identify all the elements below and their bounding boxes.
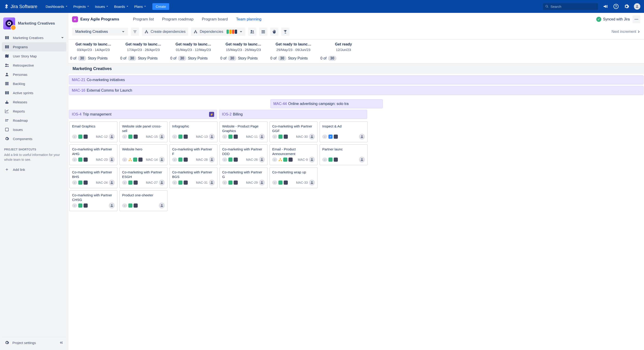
issue-card[interactable]: Website - Product Page Graphics - MAC-11 — [220, 121, 268, 142]
dependencies-button[interactable]: Dependencies — [191, 28, 245, 36]
add-link-button[interactable]: Add link — [2, 165, 66, 174]
tab-team-planning[interactable]: Team planning — [236, 17, 262, 22]
issue-card[interactable]: Co-marketing with Partner BGS - MAC-31 — [170, 167, 218, 188]
issue-card[interactable]: Co-marketing with Partner G - MAC-29 — [220, 167, 268, 188]
issue-card[interactable]: Infographic - MAC-13 — [170, 121, 218, 142]
issue-card[interactable]: Partner launc - — [320, 144, 368, 165]
hand-icon[interactable] — [270, 28, 278, 36]
nav-issues[interactable]: Issues — [93, 3, 110, 10]
sprint-header[interactable]: Get ready to launc…29/May/23 · 09/Jun/23 — [268, 40, 318, 54]
sidebar-item-reports[interactable]: Reports — [2, 107, 66, 116]
epic-row[interactable]: MAC-44Online advertising campaign: solo … — [270, 99, 383, 108]
sidebar-item-components[interactable]: Components — [2, 134, 66, 143]
assignee-avatar[interactable] — [109, 134, 115, 140]
global-search[interactable] — [543, 3, 598, 10]
create-dependencies-button[interactable]: Create dependencies — [142, 28, 188, 36]
feature-header[interactable]: IOS-2Billing — [219, 110, 367, 119]
svg-rect-36 — [128, 160, 130, 161]
issue-card[interactable]: Product one-sheeter - — [119, 190, 168, 211]
assignee-avatar[interactable] — [309, 134, 315, 140]
status-icon — [184, 135, 188, 139]
assignee-avatar[interactable] — [159, 203, 165, 209]
list-icon[interactable] — [259, 28, 268, 36]
tab-program-board[interactable]: Program board — [202, 17, 228, 22]
board-scroll[interactable]: Get ready to launc…03/Apr/23 · 14/Apr/23… — [68, 40, 644, 350]
assignee-avatar[interactable] — [359, 157, 365, 163]
issue-card[interactable]: Co-marketing with Partner F - MAC-28 — [170, 144, 218, 165]
tab-program-list[interactable]: Program list — [133, 17, 154, 22]
sidebar-item-user-story-map[interactable]: User Story Map — [2, 52, 66, 61]
assignee-avatar[interactable] — [159, 157, 165, 163]
help-icon[interactable]: ? — [613, 3, 619, 10]
settings-icon[interactable] — [623, 3, 630, 10]
issue-card[interactable]: Website side panel cross-sell - MAC-15 — [119, 121, 168, 142]
sprint-header[interactable]: Get ready to launc…03/Apr/23 · 14/Apr/23 — [68, 40, 118, 54]
sidebar-item-programs[interactable]: Programs — [2, 42, 66, 52]
issue-card[interactable]: Co-marketing with Partner AHG - MAC-23 — [69, 144, 118, 165]
issue-card[interactable]: Co-marketing with Partner CHSG - — [69, 190, 118, 211]
sidebar-item-issues[interactable]: Issues — [2, 125, 66, 134]
nav-projects[interactable]: Projects — [72, 3, 91, 10]
sprint-header[interactable]: Get ready12/Jun/23 — [318, 40, 368, 54]
sidebar-item-releases[interactable]: Releases — [2, 97, 66, 107]
megaphone-icon[interactable] — [602, 3, 609, 10]
issue-card[interactable]: Inspect & Ad - ✓ — [320, 121, 368, 142]
sprint-header[interactable]: Get ready to launc…15/May/23 · 26/May/23 — [218, 40, 268, 54]
people-icon[interactable] — [248, 28, 256, 36]
collapse-icon[interactable] — [58, 340, 64, 345]
assignee-avatar[interactable] — [159, 134, 165, 140]
assignee-avatar[interactable] — [259, 180, 265, 186]
more-button[interactable] — [632, 16, 640, 23]
issue-card[interactable]: Website hero - MAC-14 — [119, 144, 168, 165]
sprint-header[interactable]: Get ready to launc…17/Apr/23 · 28/Apr/23 — [118, 40, 168, 54]
filter-icon[interactable] — [131, 28, 139, 36]
assignee-avatar[interactable] — [109, 203, 115, 209]
jira-logo[interactable]: Jira Software — [4, 4, 38, 9]
assignee-avatar[interactable] — [259, 134, 265, 140]
assignee-avatar[interactable] — [309, 180, 315, 186]
nav-dashboards[interactable]: Dashboards — [44, 3, 70, 10]
issue-card[interactable]: Co-marketing with Partner ESGH - MAC-27 — [119, 167, 168, 188]
epic-row[interactable]: MAC-16External Comms for Launch — [69, 86, 644, 95]
nav-plans[interactable]: Plans — [132, 3, 148, 10]
issue-card[interactable]: Co-marketing with Partner BHS - MAC-24 — [69, 167, 118, 188]
issue-card[interactable]: Co-marketing wrap up - MAC-33 — [270, 167, 318, 188]
create-button[interactable]: Create — [152, 3, 169, 10]
sidebar-item-personas[interactable]: Personas — [2, 70, 66, 79]
trophy-icon[interactable] — [281, 28, 290, 36]
feature-header[interactable]: IOS-4Trip management⚡ — [69, 110, 217, 119]
sidebar-item-retrospective[interactable]: Retrospective — [2, 61, 66, 70]
project-settings-link[interactable]: Project settings — [12, 341, 36, 345]
assignee-avatar[interactable] — [209, 157, 215, 163]
chart-icon — [4, 108, 10, 114]
assignee-avatar[interactable] — [309, 157, 315, 163]
team-dropdown[interactable]: Marketing Creatives — [72, 28, 128, 36]
project-header[interactable]: Marketing Creatives — [2, 16, 66, 32]
issue-card[interactable]: Co-marketing with Partner DDD - MAC-26 — [220, 144, 268, 165]
assignee-avatar[interactable] — [259, 157, 265, 163]
assignee-avatar[interactable] — [109, 180, 115, 186]
sidebar-item-roadmap[interactable]: Roadmap — [2, 116, 66, 125]
hierarchy-icon — [128, 158, 132, 161]
tab-program-roadmap[interactable]: Program roadmap — [162, 17, 194, 22]
assignee-avatar[interactable] — [159, 180, 165, 186]
team-band: Marketing Creatives — [68, 63, 644, 74]
svg-rect-3 — [6, 36, 7, 39]
issue-card[interactable]: Email - Product Announcement - MAC-9 — [270, 144, 318, 165]
sidebar-item-backlog[interactable]: Backlog — [2, 79, 66, 88]
search-input[interactable] — [550, 5, 596, 9]
assignee-avatar[interactable] — [209, 180, 215, 186]
user-avatar[interactable] — [634, 3, 640, 10]
issue-card[interactable]: Co-marketing with Partner GGF - MAC-30 — [270, 121, 318, 142]
issue-card[interactable]: Email Graphics - MAC-12 — [69, 121, 118, 142]
next-increment-button[interactable]: Next increment — [612, 30, 640, 34]
epic-row[interactable]: MAC-21Co-marketing initiatives — [69, 75, 644, 85]
assignee-avatar[interactable] — [359, 134, 365, 140]
assignee-avatar[interactable] — [209, 134, 215, 140]
assignee-avatar[interactable] — [109, 157, 115, 163]
sidebar-expand-marketing[interactable]: Marketing Creatives — [2, 33, 66, 42]
nav-boards[interactable]: Boards — [112, 3, 130, 10]
nav-links: Dashboards Projects Issues Boards Plans … — [44, 3, 170, 10]
sidebar-item-active-sprints[interactable]: Active sprints — [2, 88, 66, 97]
sprint-header[interactable]: Get ready to launc…01/May/23 · 12/May/23 — [168, 40, 218, 54]
